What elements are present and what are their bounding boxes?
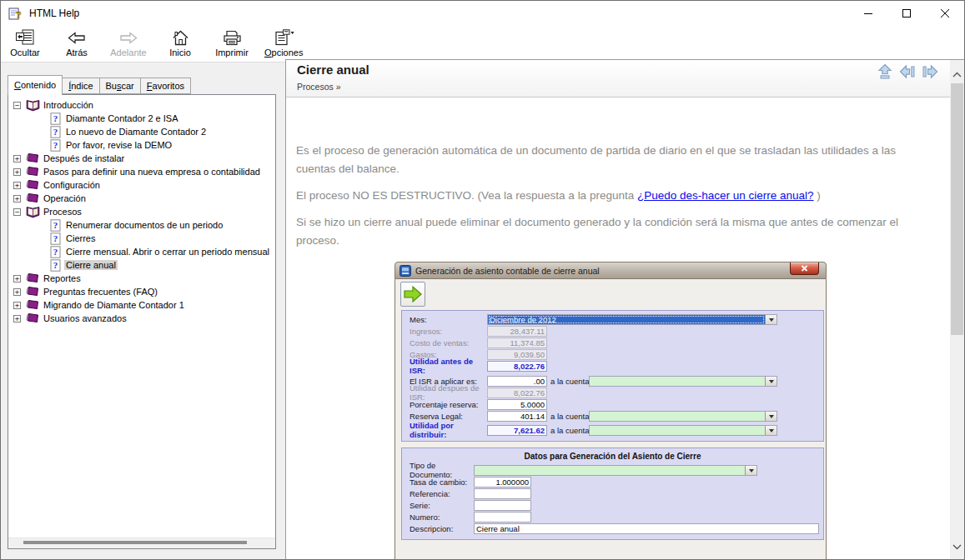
back-button[interactable]: Atrás: [54, 26, 99, 61]
scroll-down-icon[interactable]: [952, 538, 962, 553]
tree-item[interactable]: ?Cierre anual: [8, 258, 275, 272]
print-button[interactable]: Imprimir: [209, 26, 254, 61]
porcentaje-field: 5.0000: [487, 399, 547, 410]
forward-button[interactable]: Adelante: [106, 26, 151, 61]
pane-splitter[interactable]: [276, 62, 285, 559]
utilidad-despues-row: Utilidad despues de ISR: 8,022.76: [410, 387, 823, 398]
tree-item[interactable]: +Migrando de Diamante Contador 1: [8, 298, 275, 312]
utilidad-despues-field: 8,022.76: [487, 388, 547, 398]
svg-text:?: ?: [16, 8, 22, 20]
dialog-title: Generación de asiento contable de cierre…: [415, 266, 600, 276]
tab-contenido[interactable]: Contenido: [8, 75, 63, 95]
expand-toggle-icon[interactable]: +: [13, 315, 21, 322]
tree-item-label[interactable]: Diamante Contador 2 e ISA: [64, 113, 180, 123]
vertical-scrollbar[interactable]: [950, 60, 964, 559]
tab-buscar[interactable]: Buscar: [100, 78, 141, 94]
tree-item-label[interactable]: Después de instalar: [42, 153, 126, 163]
referencia-row: Referencia:: [410, 488, 823, 499]
expand-toggle-icon[interactable]: +: [13, 155, 21, 162]
dialog-body: Mes: Diciembre de 2012 Ingresos: 28,437.…: [395, 279, 827, 559]
reserva-field: 401.14: [487, 411, 547, 422]
vertical-scrollbar-thumb[interactable]: [951, 83, 963, 335]
tree-item-label[interactable]: Operación: [42, 193, 88, 203]
tree-item[interactable]: ?Por favor, revise la DEMO: [8, 138, 275, 152]
tree-item-label[interactable]: Configuración: [42, 180, 102, 190]
tree-item[interactable]: ?Diamante Contador 2 e ISA: [8, 112, 275, 125]
tree-item[interactable]: −Introducción: [8, 98, 275, 112]
tree-item[interactable]: ?Cierres: [8, 232, 275, 245]
tree-item-label[interactable]: Migrando de Diamante Contador 1: [42, 300, 186, 310]
asiento-panel: Datos para Generación del Asiento de Cie…: [401, 448, 824, 540]
home-button[interactable]: Inicio: [158, 26, 203, 61]
collapse-toggle-icon[interactable]: −: [13, 102, 21, 109]
serie-field: [474, 500, 531, 511]
minimize-button[interactable]: [849, 1, 887, 26]
expand-toggle-icon[interactable]: +: [13, 275, 21, 282]
forward-arrow-icon: [119, 28, 138, 48]
horizontal-scrollbar[interactable]: [8, 538, 275, 548]
tree-item[interactable]: +Usuarios avanzados: [8, 312, 275, 325]
tree-item[interactable]: ?Cierre mensual. Abrir o cerrar un perio…: [8, 245, 275, 258]
tree-item-label[interactable]: Introducción: [42, 100, 95, 110]
tipo-documento-row: Tipo de Documento:: [410, 464, 823, 476]
window-controls: [849, 1, 964, 26]
book-open-icon: [25, 99, 40, 112]
nav-top-icon[interactable]: [877, 63, 893, 83]
tree-item-label[interactable]: Reportes: [42, 273, 83, 283]
topic-body: Es el proceso de generación automática d…: [286, 98, 950, 559]
hide-button[interactable]: Ocultar: [3, 26, 48, 61]
tree-item-label[interactable]: Pasos para definir una nueva empresa o c…: [42, 167, 262, 177]
tree-item[interactable]: ?Lo nuevo de Diamante Contador 2: [8, 125, 275, 138]
options-button[interactable]: Opciones: [261, 26, 306, 61]
collapse-toggle-icon[interactable]: −: [13, 208, 21, 216]
expand-toggle-icon[interactable]: +: [13, 195, 21, 202]
book-open-icon: [25, 206, 40, 218]
numero-row: Numero:: [410, 511, 823, 522]
book-closed-icon: [25, 299, 40, 311]
dialog-close-button: [790, 262, 819, 275]
tree-item[interactable]: +Pasos para definir una nueva empresa o …: [8, 165, 275, 178]
tree-item[interactable]: −Procesos: [8, 205, 275, 218]
expand-toggle-icon[interactable]: +: [13, 302, 21, 309]
utilidad-antes-row: Utilidad antes de ISR: 8,022.76: [410, 360, 823, 372]
tree-item[interactable]: +Preguntas frecuentes (FAQ): [8, 285, 275, 298]
tree-item[interactable]: ?Renumerar documentos de un periodo: [8, 218, 275, 232]
tree-item[interactable]: +Configuración: [8, 178, 275, 192]
faq-link[interactable]: ¿Puedo des-hacer un cierre anual?: [637, 189, 814, 202]
expand-toggle-icon[interactable]: +: [13, 182, 21, 189]
tree-item[interactable]: +Operación: [8, 192, 275, 205]
tree-item-label[interactable]: Preguntas frecuentes (FAQ): [42, 287, 159, 297]
tab-favoritos[interactable]: Favoritos: [141, 78, 191, 94]
tree-item-label[interactable]: Renumerar documentos de un periodo: [64, 220, 224, 230]
tasa-cambio-row: Tasa de cambio: 1.000000: [410, 476, 823, 488]
asiento-panel-header: Datos para Generación del Asiento de Cie…: [410, 452, 816, 461]
expand-toggle-icon[interactable]: +: [13, 288, 21, 296]
question-page-icon: ?: [48, 126, 63, 138]
tree-item-label[interactable]: Cierre mensual. Abrir o cerrar un period…: [64, 247, 271, 257]
scroll-up-icon[interactable]: [952, 66, 962, 81]
mes-combobox: Diciembre de 2012: [487, 314, 777, 325]
book-closed-icon: [25, 272, 40, 284]
referencia-field: [474, 488, 531, 499]
toolbar: Ocultar Atrás Adelante Inicio Imprimir O…: [1, 26, 964, 62]
expand-toggle-icon[interactable]: +: [13, 168, 21, 176]
nav-next-icon[interactable]: [922, 63, 938, 83]
tree-item-label[interactable]: Cierres: [64, 233, 97, 243]
tree-item-label[interactable]: Usuarios avanzados: [42, 313, 128, 323]
horizontal-scrollbar-thumb[interactable]: [23, 541, 247, 544]
page-title: Cierre anual: [297, 62, 369, 77]
close-button[interactable]: [926, 1, 964, 26]
ingresos-field: 28,437.11: [487, 326, 547, 337]
tree-item[interactable]: +Reportes: [8, 272, 275, 285]
tree-item-label[interactable]: Lo nuevo de Diamante Contador 2: [64, 127, 208, 137]
numero-field: [474, 512, 531, 522]
tree-item-label[interactable]: Por favor, revise la DEMO: [64, 140, 173, 150]
gastos-field: 9,039.50: [487, 349, 547, 360]
maximize-button[interactable]: [887, 1, 926, 26]
tree-item-label[interactable]: Cierre anual: [64, 260, 118, 270]
tab-indice[interactable]: Índice: [63, 78, 99, 94]
tree-item[interactable]: +Después de instalar: [8, 152, 275, 165]
nav-previous-icon[interactable]: [899, 63, 916, 83]
tree-item-label[interactable]: Procesos: [42, 207, 83, 217]
window-title: HTML Help: [29, 8, 79, 19]
